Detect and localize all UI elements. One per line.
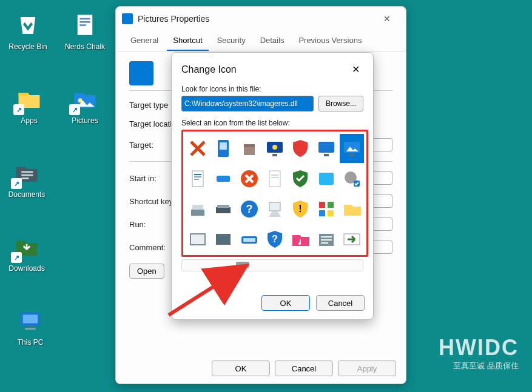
svg-rect-26 [194, 179, 199, 180]
svg-rect-2 [79, 21, 90, 23]
svg-rect-31 [271, 177, 278, 178]
icon-path-input[interactable] [181, 96, 314, 111]
tab-general[interactable]: General [124, 31, 164, 51]
svg-rect-48 [216, 234, 231, 245]
svg-rect-3 [79, 24, 86, 26]
icon-picture-monitor[interactable] [340, 134, 364, 163]
svg-rect-20 [324, 154, 329, 156]
svg-rect-22 [349, 154, 354, 156]
svg-rect-13 [220, 142, 227, 150]
svg-rect-53 [321, 236, 332, 238]
desktop-documents[interactable]: Documents [5, 159, 49, 199]
desktop-downloads[interactable]: Downloads [5, 233, 49, 273]
desktop-pictures[interactable]: Pictures [63, 85, 107, 125]
icon-run-dialog[interactable] [237, 225, 261, 254]
desktop-this-pc[interactable]: This PC [8, 307, 52, 347]
desktop-nerds-chalk[interactable]: Nerds Chalk [63, 11, 107, 51]
change-icon-ok-button[interactable]: OK [261, 295, 310, 311]
icon-document-blank[interactable] [263, 164, 287, 193]
icon-document[interactable] [186, 164, 210, 193]
properties-apply-button[interactable]: Apply [338, 360, 396, 376]
tab-details[interactable]: Details [254, 31, 291, 51]
browse-button[interactable]: Browse... [318, 96, 363, 111]
svg-rect-7 [21, 178, 29, 179]
icon-grid: ? ! ? [186, 134, 364, 254]
svg-rect-32 [319, 173, 334, 185]
desktop-label: Apps [7, 116, 51, 125]
svg-rect-30 [271, 174, 278, 176]
change-icon-cancel-button[interactable]: Cancel [316, 295, 365, 311]
svg-rect-15 [244, 144, 255, 147]
desktop-label: Documents [5, 190, 49, 199]
properties-cancel-button[interactable]: Cancel [275, 360, 333, 376]
properties-ok-button[interactable]: OK [212, 360, 270, 376]
svg-rect-29 [269, 171, 280, 187]
svg-rect-1 [79, 18, 90, 20]
tab-shortcut[interactable]: Shortcut [167, 31, 208, 51]
svg-rect-44 [328, 202, 334, 208]
icon-monitor[interactable] [314, 134, 338, 163]
svg-rect-25 [194, 176, 201, 178]
svg-point-17 [272, 145, 277, 150]
icon-music-folder[interactable] [288, 225, 312, 254]
icon-list[interactable] [314, 225, 338, 254]
properties-close-icon[interactable]: ✕ [374, 10, 400, 28]
desktop-label: Nerds Chalk [63, 42, 107, 51]
icon-frame-dark[interactable] [211, 225, 235, 254]
svg-text:?: ? [246, 203, 252, 215]
desktop-label: Downloads [5, 264, 49, 273]
icon-arrow-right[interactable] [340, 225, 364, 254]
icon-scanner[interactable] [211, 194, 235, 224]
svg-rect-47 [190, 234, 205, 245]
open-file-location-button[interactable]: Open [129, 264, 164, 279]
svg-rect-10 [27, 327, 34, 328]
svg-rect-46 [328, 210, 334, 216]
icon-device[interactable] [211, 134, 235, 163]
icon-night-screen[interactable] [263, 134, 287, 163]
icon-shield-warn[interactable]: ! [288, 194, 312, 224]
svg-text:?: ? [272, 234, 278, 244]
svg-rect-54 [321, 239, 332, 241]
desktop-label: This PC [8, 338, 52, 347]
tab-security[interactable]: Security [211, 31, 252, 51]
svg-rect-14 [244, 147, 255, 155]
desktop-recycle-bin[interactable]: Recycle Bin [6, 11, 50, 51]
select-icon-label: Select an icon from the list below: [181, 119, 363, 127]
icon-help-circle[interactable]: ? [237, 194, 261, 224]
icon-blocks[interactable] [314, 194, 338, 224]
svg-rect-24 [194, 174, 201, 175]
svg-rect-50 [243, 238, 255, 242]
icon-window[interactable] [314, 164, 338, 193]
icon-gear-check[interactable] [340, 164, 364, 193]
icon-circle-x[interactable] [237, 164, 261, 193]
icon-shield-help[interactable]: ? [263, 225, 287, 254]
icon-shield-green[interactable] [288, 164, 312, 193]
svg-rect-27 [217, 176, 230, 182]
svg-rect-11 [25, 328, 36, 330]
svg-rect-37 [216, 207, 231, 213]
shortcut-arrow-icon [13, 104, 24, 115]
icon-box[interactable] [237, 134, 261, 163]
icon-frame[interactable] [186, 225, 210, 254]
svg-rect-6 [21, 174, 33, 176]
desktop-apps[interactable]: Apps [7, 85, 51, 125]
svg-rect-9 [23, 315, 38, 324]
properties-title: Pictures Properties [138, 14, 374, 24]
icon-red-x[interactable] [186, 134, 210, 163]
properties-tabs: General Shortcut Security Details Previo… [116, 31, 406, 51]
properties-titlebar: Pictures Properties ✕ [116, 7, 406, 31]
change-icon-close-icon[interactable]: ✕ [348, 62, 363, 76]
icon-shield-red[interactable] [288, 134, 312, 163]
desktop-label: Pictures [63, 116, 107, 125]
icon-projector[interactable] [263, 194, 287, 224]
icon-list-scrollbar[interactable] [181, 259, 363, 271]
svg-rect-45 [319, 210, 325, 216]
icon-folder[interactable] [340, 194, 364, 224]
svg-rect-43 [319, 202, 325, 208]
svg-rect-35 [191, 210, 204, 216]
icon-drive[interactable] [186, 194, 210, 224]
icon-tag[interactable] [211, 164, 235, 193]
scrollbar-thumb[interactable] [236, 262, 249, 268]
svg-rect-5 [21, 171, 33, 173]
tab-previous-versions[interactable]: Previous Versions [292, 31, 368, 51]
